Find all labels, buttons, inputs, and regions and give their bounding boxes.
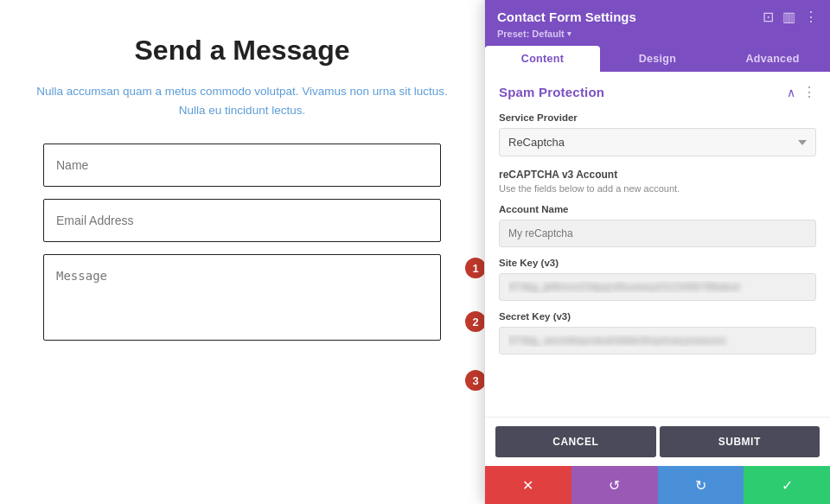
settings-panel: Contact Form Settings ⊡ ▥ ⋮ Preset: Defa… (484, 0, 830, 504)
service-provider-select[interactable]: ReCaptcha (499, 128, 816, 156)
cancel-button[interactable]: CANCEL (495, 426, 656, 457)
panel-preset[interactable]: Preset: Default ▾ (497, 29, 818, 39)
undo-button[interactable]: ↺ (571, 466, 658, 504)
site-key-label: Site Key (v3) (499, 258, 816, 268)
panel-toolbar: ✕ ↺ ↻ ✓ (485, 466, 830, 504)
recaptcha-desc: Use the fields below to add a new accoun… (499, 183, 816, 194)
secret-key-input[interactable] (499, 327, 816, 354)
expand-icon[interactable]: ⊡ (763, 9, 774, 25)
badge-3: 3 (465, 370, 486, 391)
close-icon: ✕ (522, 477, 533, 494)
account-name-label: Account Name (499, 204, 816, 214)
preset-label: Preset: Default (497, 29, 565, 39)
redo-button[interactable]: ↻ (658, 466, 744, 504)
badge-1: 1 (465, 258, 486, 278)
section-header: Spam Protection ∧ ⋮ (499, 84, 816, 100)
tab-content[interactable]: Content (485, 46, 600, 72)
panel-actions: CANCEL SUBMIT (485, 417, 830, 466)
tab-advanced[interactable]: Advanced (715, 46, 830, 72)
badge-2: 2 (465, 311, 486, 332)
close-button[interactable]: ✕ (485, 466, 571, 504)
submit-button[interactable]: SUBMIT (660, 426, 820, 457)
section-more-icon[interactable]: ⋮ (802, 84, 816, 100)
columns-icon[interactable]: ▥ (782, 9, 795, 25)
name-input[interactable] (43, 144, 441, 187)
more-icon[interactable]: ⋮ (804, 9, 818, 25)
panel-body: Spam Protection ∧ ⋮ Service Provider ReC… (485, 72, 830, 417)
page-title: Send a Message (135, 35, 350, 67)
panel-tabs: Content Design Advanced (485, 46, 830, 72)
preset-chevron: ▾ (567, 29, 571, 38)
panel-header-icons: ⊡ ▥ ⋮ (763, 9, 818, 25)
panel-header-top: Contact Form Settings ⊡ ▥ ⋮ (497, 9, 818, 25)
account-name-input[interactable] (499, 220, 816, 247)
confirm-button[interactable]: ✓ (744, 466, 830, 504)
undo-icon: ↺ (609, 477, 620, 494)
message-input[interactable] (43, 254, 441, 341)
panel-title: Contact Form Settings (497, 10, 636, 24)
recaptcha-title: reCAPTCHA v3 Account (499, 169, 816, 181)
section-collapse-icon[interactable]: ∧ (787, 86, 795, 99)
page-area: Send a Message Nulla accumsan quam a met… (0, 0, 484, 504)
secret-key-label: Secret Key (v3) (499, 311, 816, 322)
email-input[interactable] (43, 199, 441, 242)
service-provider-label: Service Provider (499, 112, 816, 123)
section-title: Spam Protection (499, 85, 604, 99)
tab-design[interactable]: Design (600, 46, 715, 72)
check-icon: ✓ (782, 477, 793, 494)
page-description: Nulla accumsan quam a metus commodo volu… (26, 82, 458, 119)
site-key-input[interactable] (499, 273, 816, 301)
section-controls: ∧ ⋮ (787, 84, 816, 100)
redo-icon: ↻ (695, 477, 706, 494)
panel-header: Contact Form Settings ⊡ ▥ ⋮ Preset: Defa… (485, 0, 830, 46)
recaptcha-section: reCAPTCHA v3 Account Use the fields belo… (499, 169, 816, 194)
